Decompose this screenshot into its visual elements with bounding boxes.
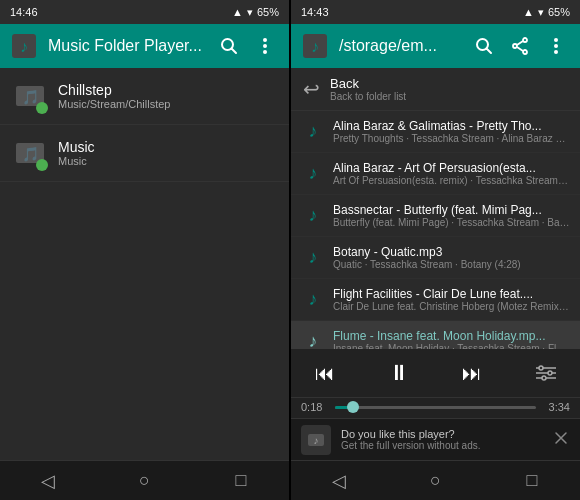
svg-point-17 (523, 50, 527, 54)
track-item-5[interactable]: ♪ Flume - Insane feat. Moon Holiday.mp..… (291, 321, 580, 349)
right-nav-bar: ◁ ○ □ (291, 460, 580, 500)
svg-point-22 (554, 50, 558, 54)
folder-name-chillstep: Chillstep (58, 82, 170, 98)
folder-path-chillstep: Music/Stream/Chillstep (58, 98, 170, 110)
left-home-nav[interactable]: ○ (124, 461, 164, 501)
folder-name-music: Music (58, 139, 95, 155)
folder-text-chillstep: Chillstep Music/Stream/Chillstep (58, 82, 170, 110)
track-item-0[interactable]: ♪ Alina Baraz & Galimatias - Pretty Tho.… (291, 111, 580, 153)
right-wifi-icon: ▾ (538, 6, 544, 19)
back-sublabel: Back to folder list (330, 91, 406, 102)
track-note-3: ♪ (301, 247, 325, 268)
right-signal-icon: ▲ (523, 6, 534, 18)
total-time: 3:34 (542, 401, 570, 413)
ad-sub-text: Get the full version without ads. (341, 440, 542, 451)
folder-item-chillstep[interactable]: 🎵 Chillstep Music/Stream/Chillstep (0, 68, 289, 125)
folder-active-badge-chillstep (36, 102, 48, 114)
track-info-3: Botany - Quatic.mp3 Quatic · Tessachka S… (333, 245, 570, 270)
left-status-bar: 14:46 ▲ ▾ 65% (0, 0, 289, 24)
wifi-icon: ▾ (247, 6, 253, 19)
left-toolbar-title: Music Folder Player... (48, 37, 205, 55)
seek-bar[interactable] (335, 400, 536, 414)
svg-point-21 (554, 44, 558, 48)
right-search-button[interactable] (468, 30, 500, 62)
ad-icon: ♪ (301, 425, 331, 455)
back-arrow-icon: ↩ (303, 77, 320, 101)
track-note-4: ♪ (301, 289, 325, 310)
svg-point-26 (539, 366, 543, 370)
prev-button[interactable]: ⏮ (307, 355, 343, 391)
track-info-0: Alina Baraz & Galimatias - Pretty Tho...… (333, 119, 570, 144)
right-home-nav[interactable]: ○ (415, 461, 455, 501)
seek-row: 0:18 3:34 (291, 398, 580, 418)
left-back-nav[interactable]: ◁ (28, 461, 68, 501)
track-title-3: Botany - Quatic.mp3 (333, 245, 570, 259)
svg-line-18 (517, 41, 523, 45)
back-text: Back Back to folder list (330, 76, 406, 102)
right-track-list: ↩ Back Back to folder list ♪ Alina Baraz… (291, 68, 580, 460)
track-title-2: Bassnectar - Butterfly (feat. Mimi Pag..… (333, 203, 570, 217)
folder-item-music[interactable]: 🎵 Music Music (0, 125, 289, 182)
right-more-button[interactable] (540, 30, 572, 62)
left-recents-nav[interactable]: □ (221, 461, 261, 501)
svg-text:♪: ♪ (20, 38, 28, 55)
track-meta-1: Art Of Persuasion(esta. remix) · Tessach… (333, 175, 570, 186)
back-label: Back (330, 76, 406, 91)
left-time: 14:46 (10, 6, 38, 18)
track-meta-3: Quatic · Tessachka Stream · Botany (4:28… (333, 259, 570, 270)
ad-dismiss-button[interactable] (552, 429, 570, 450)
player-bar: ⏮ ⏸ ⏭ 0:18 (291, 349, 580, 460)
track-item-3[interactable]: ♪ Botany - Quatic.mp3 Quatic · Tessachka… (291, 237, 580, 279)
ad-text: Do you like this player? Get the full ve… (341, 428, 542, 451)
seek-thumb (347, 401, 359, 413)
track-info-4: Flight Facilities - Clair De Lune feat..… (333, 287, 570, 312)
right-status-icons: ▲ ▾ 65% (523, 6, 570, 19)
right-back-nav[interactable]: ◁ (319, 461, 359, 501)
back-item[interactable]: ↩ Back Back to folder list (291, 68, 580, 111)
svg-point-4 (263, 38, 267, 42)
svg-point-15 (523, 38, 527, 42)
eq-button[interactable] (528, 355, 564, 391)
left-nav-bar: ◁ ○ □ (0, 460, 289, 500)
current-time: 0:18 (301, 401, 329, 413)
svg-point-6 (263, 50, 267, 54)
svg-point-28 (542, 376, 546, 380)
left-folder-list-container: 🎵 Chillstep Music/Stream/Chillstep 🎵 (0, 68, 289, 460)
right-recents-nav[interactable]: □ (512, 461, 552, 501)
track-item-1[interactable]: ♪ Alina Baraz - Art Of Persuasion(esta..… (291, 153, 580, 195)
right-app-icon: ♪ (299, 30, 331, 62)
right-phone: 14:43 ▲ ▾ 65% ♪ /storage/em... (291, 0, 580, 500)
pause-button[interactable]: ⏸ (381, 355, 417, 391)
svg-line-3 (232, 49, 237, 54)
track-title-4: Flight Facilities - Clair De Lune feat..… (333, 287, 570, 301)
svg-point-5 (263, 44, 267, 48)
track-title-5: Flume - Insane feat. Moon Holiday.mp... (333, 329, 570, 343)
svg-point-20 (554, 38, 558, 42)
track-item-2[interactable]: ♪ Bassnectar - Butterfly (feat. Mimi Pag… (291, 195, 580, 237)
battery-label: 65% (257, 6, 279, 18)
track-meta-0: Pretty Thoughts · Tessachka Stream · Ali… (333, 133, 570, 144)
left-phone: 14:46 ▲ ▾ 65% ♪ Music Folder Player... (0, 0, 289, 500)
right-toolbar: ♪ /storage/em... (291, 24, 580, 68)
left-search-button[interactable] (213, 30, 245, 62)
track-note-1: ♪ (301, 163, 325, 184)
track-meta-2: Butterfly (feat. Mimi Page) · Tessachka … (333, 217, 570, 228)
track-note-2: ♪ (301, 205, 325, 226)
ad-main-text: Do you like this player? (341, 428, 542, 440)
track-item-4[interactable]: ♪ Flight Facilities - Clair De Lune feat… (291, 279, 580, 321)
svg-line-19 (517, 47, 523, 51)
right-share-button[interactable] (504, 30, 536, 62)
left-toolbar: ♪ Music Folder Player... (0, 24, 289, 68)
track-meta-4: Clair De Lune feat. Christine Hoberg (Mo… (333, 301, 570, 312)
folder-text-music: Music Music (58, 139, 95, 167)
svg-text:♪: ♪ (314, 435, 319, 446)
left-toolbar-actions (213, 30, 281, 62)
folder-list: 🎵 Chillstep Music/Stream/Chillstep 🎵 (0, 68, 289, 182)
next-button[interactable]: ⏭ (454, 355, 490, 391)
seek-track (335, 406, 536, 409)
left-status-icons: ▲ ▾ 65% (232, 6, 279, 19)
left-more-button[interactable] (249, 30, 281, 62)
folder-icon-chillstep: 🎵 (12, 78, 48, 114)
track-title-0: Alina Baraz & Galimatias - Pretty Tho... (333, 119, 570, 133)
left-app-icon: ♪ (8, 30, 40, 62)
